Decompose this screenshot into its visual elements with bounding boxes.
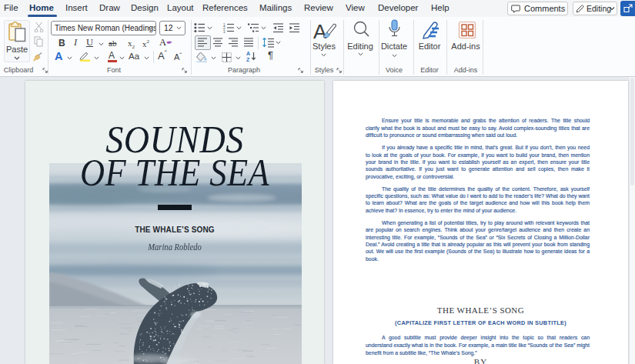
svg-text:3: 3 (223, 30, 226, 34)
svg-text:A: A (246, 51, 250, 56)
svg-text:Z: Z (246, 57, 250, 62)
